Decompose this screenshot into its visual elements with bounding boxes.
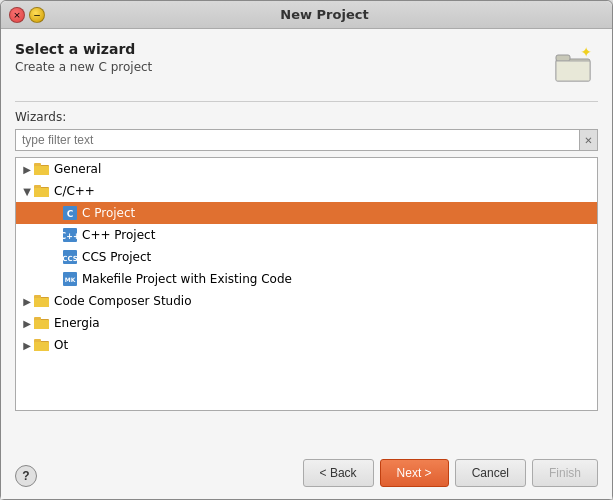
project-icon-cpp-project: C++ <box>62 227 78 243</box>
svg-rect-26 <box>34 342 49 351</box>
folder-icon-energia <box>34 316 50 330</box>
expand-arrow-cpp: ▼ <box>20 186 34 197</box>
header-divider <box>15 101 598 102</box>
tree-item-energia[interactable]: ▶ Energia <box>16 312 597 334</box>
svg-rect-1 <box>556 55 570 61</box>
new-project-window: × − New Project Select a wizard Create a… <box>0 0 613 500</box>
tree-item-makefile-project[interactable]: MK Makefile Project with Existing Code <box>16 268 597 290</box>
filter-row: ✕ <box>15 129 598 151</box>
help-button[interactable]: ? <box>15 465 37 487</box>
folder-icon-cpp <box>34 184 50 198</box>
action-buttons: < Back Next > Cancel Finish <box>303 459 598 487</box>
footer-area: ? < Back Next > Cancel Finish <box>15 411 598 491</box>
folder-icon-general <box>34 162 50 176</box>
close-button[interactable]: × <box>9 7 25 23</box>
cancel-button[interactable]: Cancel <box>455 459 526 487</box>
folder-icon-ot <box>34 338 50 352</box>
wizard-icon: ✦ <box>550 41 598 89</box>
tree-item-ccs-project-label: CCS Project <box>82 250 151 264</box>
tree-item-energia-label: Energia <box>54 316 100 330</box>
project-icon-makefile: MK <box>62 271 78 287</box>
tree-item-ot-label: Ot <box>54 338 68 352</box>
header-section: Select a wizard Create a new C project ✦ <box>15 41 598 89</box>
finish-button[interactable]: Finish <box>532 459 598 487</box>
svg-rect-20 <box>34 298 49 307</box>
tree-item-code-composer[interactable]: ▶ Code Composer Studio <box>16 290 597 312</box>
back-button[interactable]: < Back <box>303 459 374 487</box>
tree-item-cpp[interactable]: ▼ C/C++ <box>16 180 597 202</box>
tree-item-cpp-project-label: C++ Project <box>82 228 155 242</box>
tree-item-cpp-project[interactable]: C++ C++ Project <box>16 224 597 246</box>
expand-arrow-general: ▶ <box>20 164 34 175</box>
svg-text:CCS: CCS <box>62 255 77 263</box>
expand-arrow-energia: ▶ <box>20 318 34 329</box>
main-content: Select a wizard Create a new C project ✦ <box>1 29 612 499</box>
tree-item-c-project[interactable]: C C Project <box>16 202 597 224</box>
minimize-button[interactable]: − <box>29 7 45 23</box>
folder-icon-code-composer <box>34 294 50 308</box>
expand-arrow-code-composer: ▶ <box>20 296 34 307</box>
svg-text:C++: C++ <box>62 232 78 241</box>
svg-text:C: C <box>67 209 74 219</box>
tree-item-code-composer-label: Code Composer Studio <box>54 294 192 308</box>
svg-rect-9 <box>34 188 49 197</box>
svg-text:✦: ✦ <box>580 44 592 60</box>
svg-rect-6 <box>34 166 49 175</box>
next-button[interactable]: Next > <box>380 459 449 487</box>
expand-arrow-ot: ▶ <box>20 340 34 351</box>
project-icon-c-project: C <box>62 205 78 221</box>
svg-text:MK: MK <box>65 276 76 283</box>
window-controls: × − <box>9 7 45 23</box>
wizard-title: Select a wizard <box>15 41 152 57</box>
tree-item-general[interactable]: ▶ General <box>16 158 597 180</box>
wizards-label: Wizards: <box>15 110 598 124</box>
project-icon-ccs-project: CCS <box>62 249 78 265</box>
tree-item-c-project-label: C Project <box>82 206 135 220</box>
tree-item-ot[interactable]: ▶ Ot <box>16 334 597 356</box>
wizard-subtitle: Create a new C project <box>15 60 152 74</box>
filter-input[interactable] <box>15 129 580 151</box>
window-title: New Project <box>45 7 604 22</box>
header-text: Select a wizard Create a new C project <box>15 41 152 74</box>
tree-item-cpp-label: C/C++ <box>54 184 95 198</box>
tree-item-general-label: General <box>54 162 101 176</box>
svg-rect-2 <box>556 61 590 81</box>
svg-rect-23 <box>34 320 49 329</box>
tree-item-ccs-project[interactable]: CCS CCS Project <box>16 246 597 268</box>
tree-item-makefile-label: Makefile Project with Existing Code <box>82 272 292 286</box>
titlebar: × − New Project <box>1 1 612 29</box>
wizard-tree[interactable]: ▶ General ▼ <box>15 157 598 411</box>
filter-clear-button[interactable]: ✕ <box>580 129 598 151</box>
